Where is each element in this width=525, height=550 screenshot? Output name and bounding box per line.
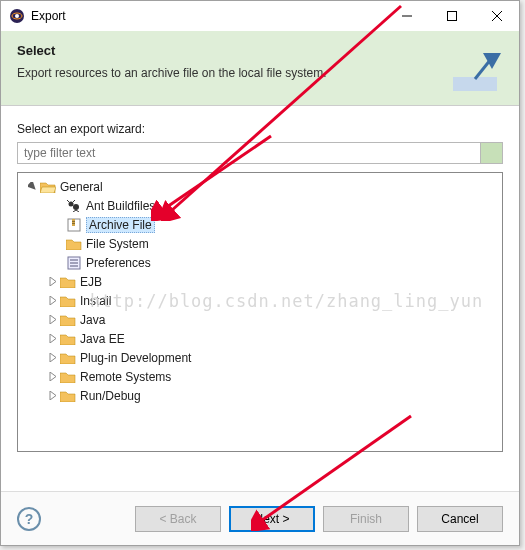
collapse-icon[interactable] [26, 181, 38, 193]
svg-line-7 [475, 59, 491, 79]
expand-icon[interactable] [46, 352, 58, 364]
finish-button[interactable]: Finish [323, 506, 409, 532]
svg-point-8 [69, 201, 74, 206]
tree-label: Remote Systems [80, 370, 171, 384]
close-button[interactable] [474, 1, 519, 31]
next-button[interactable]: Next > [229, 506, 315, 532]
preferences-icon [66, 255, 82, 271]
tree-label: Java EE [80, 332, 125, 346]
folder-icon [60, 388, 76, 404]
svg-rect-4 [447, 12, 456, 21]
folder-icon [60, 274, 76, 290]
filter-row [17, 142, 503, 164]
tree-label: Java [80, 313, 105, 327]
maximize-button[interactable] [429, 1, 474, 31]
svg-line-11 [73, 200, 75, 202]
tree-node-remote[interactable]: Remote Systems [18, 367, 502, 386]
expand-icon[interactable] [46, 276, 58, 288]
banner-description: Export resources to an archive file on t… [17, 66, 443, 80]
tree-node-plugin[interactable]: Plug-in Development [18, 348, 502, 367]
expand-icon[interactable] [46, 390, 58, 402]
svg-rect-15 [72, 219, 75, 226]
expand-icon[interactable] [46, 371, 58, 383]
svg-line-10 [67, 200, 69, 202]
svg-point-2 [15, 14, 19, 18]
tree-label: EJB [80, 275, 102, 289]
banner: Select Export resources to an archive fi… [1, 31, 519, 106]
folder-icon [66, 236, 82, 252]
tree-node-rundebug[interactable]: Run/Debug [18, 386, 502, 405]
filter-input[interactable] [17, 142, 481, 164]
tree-label: Plug-in Development [80, 351, 191, 365]
folder-icon [60, 350, 76, 366]
tree-label: General [60, 180, 103, 194]
export-dialog: Export Select Export resources to an arc… [0, 0, 520, 546]
minimize-button[interactable] [384, 1, 429, 31]
tree-node-archive[interactable]: Archive File [18, 215, 502, 234]
wizard-label: Select an export wizard: [17, 122, 503, 136]
tree-node-preferences[interactable]: Preferences [18, 253, 502, 272]
tree-label: Run/Debug [80, 389, 141, 403]
back-button[interactable]: < Back [135, 506, 221, 532]
eclipse-icon [9, 8, 25, 24]
expand-icon[interactable] [46, 333, 58, 345]
wizard-tree[interactable]: General Ant Buildfiles Archive File File… [17, 172, 503, 452]
svg-line-12 [73, 210, 76, 212]
svg-rect-16 [72, 221, 75, 222]
tree-label: File System [86, 237, 149, 251]
tree-node-ant[interactable]: Ant Buildfiles [18, 196, 502, 215]
tree-node-javaee[interactable]: Java EE [18, 329, 502, 348]
tree-node-java[interactable]: Java [18, 310, 502, 329]
titlebar: Export [1, 1, 519, 31]
tree-label: Archive File [86, 217, 155, 233]
svg-rect-17 [72, 223, 75, 224]
archive-file-icon [66, 217, 82, 233]
ant-icon [66, 198, 82, 214]
tree-node-install[interactable]: Install [18, 291, 502, 310]
folder-icon [60, 293, 76, 309]
banner-heading: Select [17, 43, 443, 58]
folder-icon [60, 369, 76, 385]
tree-label: Preferences [86, 256, 151, 270]
cancel-button[interactable]: Cancel [417, 506, 503, 532]
folder-icon [60, 312, 76, 328]
export-icon [453, 49, 503, 91]
folder-icon [60, 331, 76, 347]
content-area: Select an export wizard: General Ant Bui… [1, 106, 519, 452]
tree-node-filesystem[interactable]: File System [18, 234, 502, 253]
help-button[interactable]: ? [17, 507, 41, 531]
button-bar: ? < Back Next > Finish Cancel [1, 491, 519, 545]
tree-label: Install [80, 294, 111, 308]
folder-open-icon [40, 179, 56, 195]
svg-point-9 [73, 204, 79, 210]
expand-icon[interactable] [46, 314, 58, 326]
tree-label: Ant Buildfiles [86, 199, 155, 213]
filter-clear-button[interactable] [481, 142, 503, 164]
tree-node-ejb[interactable]: EJB [18, 272, 502, 291]
expand-icon[interactable] [46, 295, 58, 307]
svg-line-13 [76, 210, 79, 212]
tree-node-general[interactable]: General [18, 177, 502, 196]
window-title: Export [31, 9, 384, 23]
